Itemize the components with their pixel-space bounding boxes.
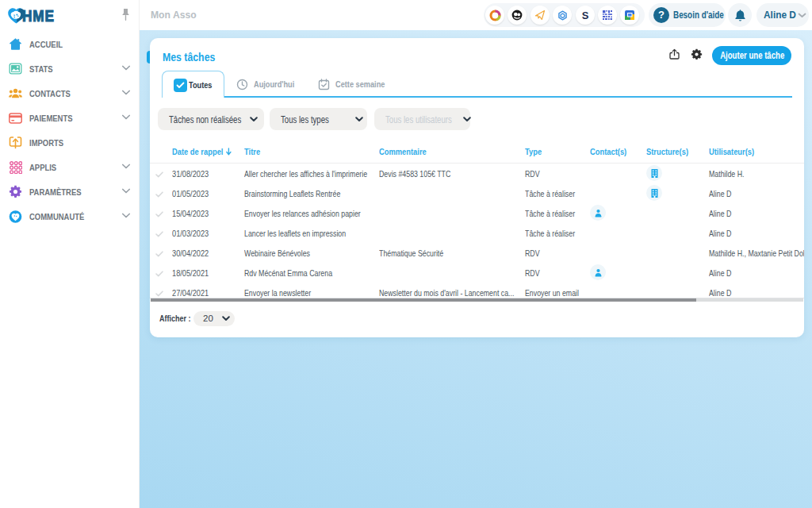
svg-text:S: S (581, 10, 588, 21)
